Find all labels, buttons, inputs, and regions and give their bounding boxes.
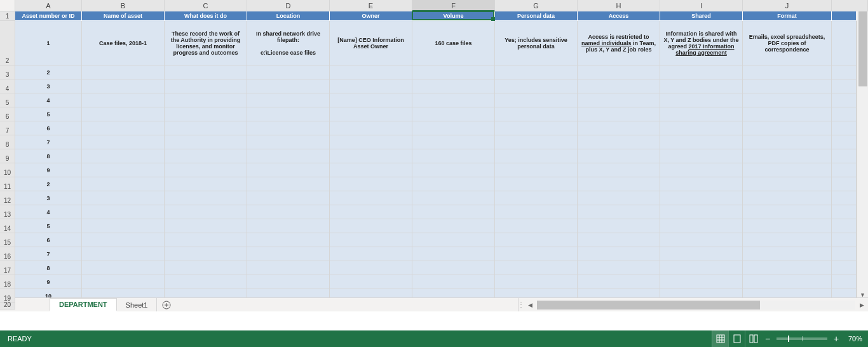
table-header-cell[interactable]: Asset number or ID [15, 11, 82, 21]
col-header-J[interactable]: J [743, 0, 832, 11]
data-cell[interactable] [412, 79, 495, 93]
data-cell[interactable] [743, 275, 832, 289]
data-cell[interactable] [165, 135, 247, 149]
data-cell[interactable] [247, 191, 330, 205]
data-cell[interactable] [660, 247, 743, 261]
view-normal-button[interactable] [712, 330, 728, 347]
data-cell[interactable] [578, 275, 660, 289]
data-cell[interactable] [82, 219, 165, 233]
data-cell[interactable]: Emails, excel spreadsheets, PDF copies o… [743, 21, 832, 65]
data-cell[interactable] [495, 219, 578, 233]
data-cell[interactable] [578, 261, 660, 275]
data-cell[interactable] [660, 65, 743, 79]
data-cell[interactable] [495, 121, 578, 135]
data-cell[interactable] [82, 149, 165, 163]
data-cell[interactable] [660, 79, 743, 93]
data-cell[interactable] [743, 65, 832, 79]
data-cell[interactable] [743, 191, 832, 205]
row-header[interactable]: 9 [0, 149, 15, 163]
data-cell[interactable] [330, 261, 412, 275]
data-cell[interactable] [660, 233, 743, 247]
data-cell[interactable] [82, 121, 165, 135]
data-cell[interactable] [330, 93, 412, 107]
data-cell[interactable] [165, 93, 247, 107]
zoom-out-button[interactable]: − [761, 334, 774, 344]
col-header-E[interactable]: E [330, 0, 412, 11]
data-cell[interactable] [660, 107, 743, 121]
data-cell[interactable] [660, 261, 743, 275]
data-cell[interactable] [165, 121, 247, 135]
col-header-F[interactable]: F [412, 0, 495, 11]
tab-split-handle[interactable]: ⋮ [518, 298, 524, 311]
vertical-scrollbar[interactable]: ▲ ▼ [857, 0, 868, 300]
table-header-cell[interactable]: Volume [412, 11, 495, 21]
zoom-slider[interactable] [776, 337, 827, 340]
data-cell[interactable] [495, 149, 578, 163]
col-header-C[interactable]: C [165, 0, 247, 11]
row-header[interactable]: 20 [0, 303, 15, 310]
data-cell[interactable] [165, 233, 247, 247]
data-cell[interactable]: 5 [15, 107, 82, 121]
data-cell[interactable] [578, 163, 660, 177]
col-header-H[interactable]: H [578, 0, 660, 11]
data-cell[interactable] [495, 205, 578, 219]
data-cell[interactable] [578, 177, 660, 191]
data-cell[interactable] [330, 79, 412, 93]
data-cell[interactable]: 4 [15, 205, 82, 219]
data-cell[interactable] [82, 93, 165, 107]
data-cell[interactable] [247, 177, 330, 191]
row-header[interactable]: 4 [0, 79, 15, 93]
data-cell[interactable] [412, 163, 495, 177]
data-cell[interactable] [495, 163, 578, 177]
data-cell[interactable] [495, 177, 578, 191]
col-header-B[interactable]: B [82, 0, 165, 11]
hscroll-thumb[interactable] [537, 301, 760, 310]
data-cell[interactable] [495, 107, 578, 121]
table-header-cell[interactable]: Name of asset [82, 11, 165, 21]
data-cell[interactable] [412, 219, 495, 233]
data-cell[interactable] [247, 261, 330, 275]
select-all-corner[interactable] [0, 0, 15, 11]
data-cell[interactable] [82, 107, 165, 121]
data-cell[interactable] [330, 219, 412, 233]
data-cell[interactable] [412, 205, 495, 219]
data-cell[interactable]: 3 [15, 79, 82, 93]
row-header[interactable]: 15 [0, 233, 15, 247]
data-cell[interactable] [743, 121, 832, 135]
data-cell[interactable] [82, 261, 165, 275]
data-cell[interactable] [660, 93, 743, 107]
data-cell[interactable] [247, 107, 330, 121]
data-cell[interactable] [247, 65, 330, 79]
data-cell[interactable] [495, 65, 578, 79]
data-cell[interactable] [412, 233, 495, 247]
data-cell[interactable] [82, 233, 165, 247]
data-cell[interactable] [165, 149, 247, 163]
data-cell[interactable] [247, 247, 330, 261]
data-cell[interactable] [330, 149, 412, 163]
data-cell[interactable] [660, 177, 743, 191]
data-cell[interactable] [743, 177, 832, 191]
data-cell[interactable] [660, 275, 743, 289]
data-cell[interactable] [330, 191, 412, 205]
data-cell[interactable]: 160 case files [412, 21, 495, 65]
data-cell[interactable] [82, 205, 165, 219]
data-cell[interactable] [495, 275, 578, 289]
data-cell[interactable] [247, 163, 330, 177]
data-cell[interactable]: 9 [15, 163, 82, 177]
data-cell[interactable]: Yes; includes sensitive personal data [495, 21, 578, 65]
data-cell[interactable] [495, 191, 578, 205]
data-cell[interactable] [165, 191, 247, 205]
sheet-tab-sheet1[interactable]: Sheet1 [117, 298, 158, 311]
data-cell[interactable]: 2 [15, 65, 82, 79]
scroll-left-icon[interactable]: ◀ [526, 302, 536, 308]
col-header-I[interactable]: I [660, 0, 743, 11]
data-cell[interactable] [578, 191, 660, 205]
data-cell[interactable] [495, 247, 578, 261]
data-cell[interactable] [743, 135, 832, 149]
row-header[interactable]: 7 [0, 121, 15, 135]
horizontal-scrollbar[interactable]: ◀ ▶ [524, 298, 868, 311]
row-header[interactable]: 2 [0, 21, 15, 65]
data-cell[interactable]: 3 [15, 191, 82, 205]
data-cell[interactable]: In shared network drive filepath:c:\Lice… [247, 21, 330, 65]
row-header[interactable]: 6 [0, 107, 15, 121]
